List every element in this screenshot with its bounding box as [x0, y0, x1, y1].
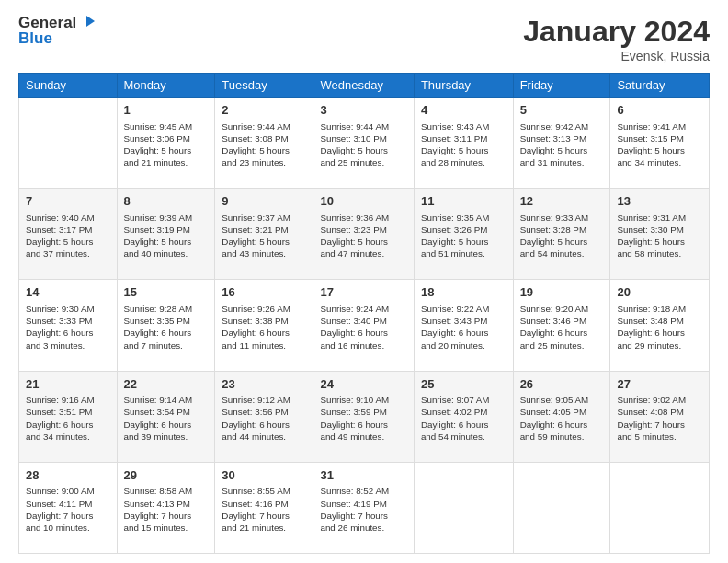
calendar-cell: 29Sunrise: 8:58 AM Sunset: 4:13 PM Dayli…: [117, 462, 215, 553]
calendar-cell: 20Sunrise: 9:18 AM Sunset: 3:48 PM Dayli…: [610, 280, 710, 371]
calendar-cell: 13Sunrise: 9:31 AM Sunset: 3:30 PM Dayli…: [610, 189, 710, 280]
day-number: 21: [26, 376, 110, 393]
weekday-header: Sunday: [19, 74, 118, 98]
logo-flag-icon: [78, 15, 95, 31]
day-number: 17: [320, 284, 406, 301]
calendar-cell: 4Sunrise: 9:43 AM Sunset: 3:11 PM Daylig…: [414, 98, 513, 189]
day-number: 20: [617, 284, 702, 301]
weekday-header: Monday: [117, 74, 215, 98]
svg-marker-0: [86, 16, 95, 27]
calendar-cell: 6Sunrise: 9:41 AM Sunset: 3:15 PM Daylig…: [610, 98, 710, 189]
day-number: 3: [320, 102, 406, 119]
calendar-cell: 21Sunrise: 9:16 AM Sunset: 3:51 PM Dayli…: [19, 371, 118, 462]
calendar-cell: 23Sunrise: 9:12 AM Sunset: 3:56 PM Dayli…: [215, 371, 313, 462]
calendar-cell: 31Sunrise: 8:52 AM Sunset: 4:19 PM Dayli…: [313, 462, 414, 553]
day-number: 13: [617, 193, 702, 210]
calendar-header-row: SundayMondayTuesdayWednesdayThursdayFrid…: [19, 74, 710, 98]
calendar-week-row: 21Sunrise: 9:16 AM Sunset: 3:51 PM Dayli…: [19, 371, 710, 462]
day-number: 27: [617, 376, 702, 393]
day-number: 23: [222, 376, 306, 393]
day-number: 12: [520, 193, 604, 210]
calendar-cell: 2Sunrise: 9:44 AM Sunset: 3:08 PM Daylig…: [215, 98, 313, 189]
day-number: 30: [222, 467, 306, 484]
calendar-week-row: 28Sunrise: 9:00 AM Sunset: 4:11 PM Dayli…: [19, 462, 710, 553]
calendar-cell: 16Sunrise: 9:26 AM Sunset: 3:38 PM Dayli…: [215, 280, 313, 371]
day-info: Sunrise: 9:26 AM Sunset: 3:38 PM Dayligh…: [222, 303, 306, 351]
day-info: Sunrise: 9:40 AM Sunset: 3:17 PM Dayligh…: [26, 212, 110, 260]
day-number: 5: [520, 102, 604, 119]
day-info: Sunrise: 9:42 AM Sunset: 3:13 PM Dayligh…: [520, 121, 604, 169]
day-info: Sunrise: 9:39 AM Sunset: 3:19 PM Dayligh…: [124, 212, 209, 260]
calendar-cell: 5Sunrise: 9:42 AM Sunset: 3:13 PM Daylig…: [513, 98, 610, 189]
calendar-cell: 22Sunrise: 9:14 AM Sunset: 3:54 PM Dayli…: [117, 371, 215, 462]
day-info: Sunrise: 9:28 AM Sunset: 3:35 PM Dayligh…: [124, 303, 209, 351]
day-info: Sunrise: 9:44 AM Sunset: 3:10 PM Dayligh…: [320, 121, 406, 169]
day-info: Sunrise: 9:30 AM Sunset: 3:33 PM Dayligh…: [26, 303, 110, 351]
calendar-cell: 18Sunrise: 9:22 AM Sunset: 3:43 PM Dayli…: [414, 280, 513, 371]
weekday-header: Friday: [513, 74, 610, 98]
day-info: Sunrise: 9:41 AM Sunset: 3:15 PM Dayligh…: [617, 121, 702, 169]
day-info: Sunrise: 9:45 AM Sunset: 3:06 PM Dayligh…: [124, 121, 209, 169]
calendar-cell: 14Sunrise: 9:30 AM Sunset: 3:33 PM Dayli…: [19, 280, 118, 371]
day-info: Sunrise: 9:18 AM Sunset: 3:48 PM Dayligh…: [617, 303, 702, 351]
day-info: Sunrise: 9:22 AM Sunset: 3:43 PM Dayligh…: [421, 303, 506, 351]
weekday-header: Tuesday: [215, 74, 313, 98]
calendar-cell: 28Sunrise: 9:00 AM Sunset: 4:11 PM Dayli…: [19, 462, 118, 553]
day-info: Sunrise: 9:02 AM Sunset: 4:08 PM Dayligh…: [617, 394, 702, 442]
day-number: 28: [26, 467, 110, 484]
title-block: January 2024 Evensk, Russia: [523, 15, 710, 63]
day-number: 6: [617, 102, 702, 119]
day-info: Sunrise: 8:58 AM Sunset: 4:13 PM Dayligh…: [124, 485, 209, 534]
calendar-cell: 26Sunrise: 9:05 AM Sunset: 4:05 PM Dayli…: [513, 371, 610, 462]
day-info: Sunrise: 9:36 AM Sunset: 3:23 PM Dayligh…: [320, 212, 406, 260]
page-header: General Blue January 2024 Evensk, Russia: [18, 15, 710, 63]
calendar-cell: 8Sunrise: 9:39 AM Sunset: 3:19 PM Daylig…: [117, 189, 215, 280]
calendar-cell: [610, 462, 710, 553]
calendar-cell: 7Sunrise: 9:40 AM Sunset: 3:17 PM Daylig…: [19, 189, 118, 280]
month-title: January 2024: [523, 15, 710, 49]
calendar-cell: 11Sunrise: 9:35 AM Sunset: 3:26 PM Dayli…: [414, 189, 513, 280]
calendar-cell: [19, 98, 118, 189]
weekday-header: Saturday: [610, 74, 710, 98]
logo-blue: Blue: [18, 30, 95, 48]
day-number: 18: [421, 284, 506, 301]
day-number: 24: [320, 376, 406, 393]
day-info: Sunrise: 9:07 AM Sunset: 4:02 PM Dayligh…: [421, 394, 506, 442]
day-info: Sunrise: 9:14 AM Sunset: 3:54 PM Dayligh…: [124, 394, 209, 442]
calendar-cell: 15Sunrise: 9:28 AM Sunset: 3:35 PM Dayli…: [117, 280, 215, 371]
calendar-cell: 10Sunrise: 9:36 AM Sunset: 3:23 PM Dayli…: [313, 189, 414, 280]
calendar-cell: 24Sunrise: 9:10 AM Sunset: 3:59 PM Dayli…: [313, 371, 414, 462]
day-number: 22: [124, 376, 209, 393]
day-number: 8: [124, 193, 209, 210]
calendar-cell: 17Sunrise: 9:24 AM Sunset: 3:40 PM Dayli…: [313, 280, 414, 371]
calendar-cell: 12Sunrise: 9:33 AM Sunset: 3:28 PM Dayli…: [513, 189, 610, 280]
logo: General Blue: [18, 15, 95, 47]
weekday-header: Wednesday: [313, 74, 414, 98]
calendar-cell: 3Sunrise: 9:44 AM Sunset: 3:10 PM Daylig…: [313, 98, 414, 189]
day-info: Sunrise: 9:12 AM Sunset: 3:56 PM Dayligh…: [222, 394, 306, 442]
calendar-week-row: 7Sunrise: 9:40 AM Sunset: 3:17 PM Daylig…: [19, 189, 710, 280]
day-info: Sunrise: 9:43 AM Sunset: 3:11 PM Dayligh…: [421, 121, 506, 169]
calendar-week-row: 1Sunrise: 9:45 AM Sunset: 3:06 PM Daylig…: [19, 98, 710, 189]
calendar-cell: 27Sunrise: 9:02 AM Sunset: 4:08 PM Dayli…: [610, 371, 710, 462]
weekday-header: Thursday: [414, 74, 513, 98]
day-number: 14: [26, 284, 110, 301]
day-number: 29: [124, 467, 209, 484]
calendar-cell: [513, 462, 610, 553]
day-number: 26: [520, 376, 604, 393]
calendar-cell: 9Sunrise: 9:37 AM Sunset: 3:21 PM Daylig…: [215, 189, 313, 280]
calendar-cell: 19Sunrise: 9:20 AM Sunset: 3:46 PM Dayli…: [513, 280, 610, 371]
day-info: Sunrise: 9:37 AM Sunset: 3:21 PM Dayligh…: [222, 212, 306, 260]
day-number: 2: [222, 102, 306, 119]
day-info: Sunrise: 9:24 AM Sunset: 3:40 PM Dayligh…: [320, 303, 406, 351]
day-info: Sunrise: 9:05 AM Sunset: 4:05 PM Dayligh…: [520, 394, 604, 442]
calendar-cell: [414, 462, 513, 553]
day-number: 10: [320, 193, 406, 210]
day-info: Sunrise: 9:16 AM Sunset: 3:51 PM Dayligh…: [26, 394, 110, 442]
day-info: Sunrise: 9:31 AM Sunset: 3:30 PM Dayligh…: [617, 212, 702, 260]
day-number: 19: [520, 284, 604, 301]
day-number: 11: [421, 193, 506, 210]
day-info: Sunrise: 8:52 AM Sunset: 4:19 PM Dayligh…: [320, 485, 406, 534]
day-info: Sunrise: 9:33 AM Sunset: 3:28 PM Dayligh…: [520, 212, 604, 260]
day-number: 9: [222, 193, 306, 210]
